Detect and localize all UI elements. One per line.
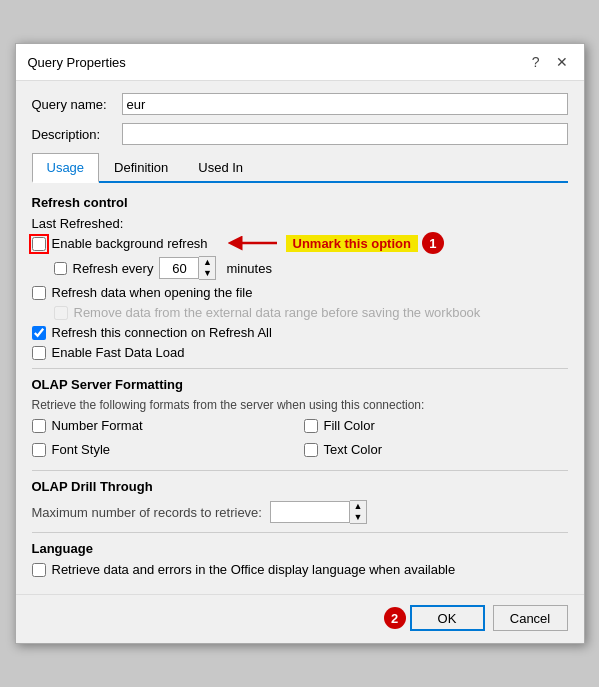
text-color-label[interactable]: Text Color <box>324 442 383 457</box>
max-records-label: Maximum number of records to retrieve: <box>32 505 262 520</box>
refresh-on-open-label[interactable]: Refresh data when opening the file <box>52 285 253 300</box>
title-bar: Query Properties ? ✕ <box>16 44 584 81</box>
max-records-input[interactable] <box>270 501 350 523</box>
number-format-row: Number Format <box>32 418 296 433</box>
olap-server-title: OLAP Server Formatting <box>32 377 568 392</box>
fill-color-checkbox[interactable] <box>304 419 318 433</box>
language-retrieve-checkbox[interactable] <box>32 563 46 577</box>
remove-data-checkbox <box>54 306 68 320</box>
refresh-every-spinner: ▲ ▼ <box>159 256 216 280</box>
refresh-on-all-checkbox[interactable] <box>32 326 46 340</box>
close-button[interactable]: ✕ <box>552 52 572 72</box>
help-button[interactable]: ? <box>528 52 544 72</box>
refresh-on-all-row: Refresh this connection on Refresh All <box>32 325 568 340</box>
dialog-body: Query name: Description: Usage Definitio… <box>16 81 584 594</box>
font-style-label[interactable]: Font Style <box>52 442 111 457</box>
language-title: Language <box>32 541 568 556</box>
ok-button[interactable]: OK <box>410 605 485 631</box>
description-label: Description: <box>32 127 122 142</box>
olap-grid: Number Format Fill Color Font Style Text… <box>32 418 568 462</box>
divider-1 <box>32 368 568 369</box>
divider-3 <box>32 532 568 533</box>
max-records-row: Maximum number of records to retrieve: ▲… <box>32 500 568 524</box>
refresh-on-open-row: Refresh data when opening the file <box>32 285 568 300</box>
number-format-checkbox[interactable] <box>32 419 46 433</box>
cancel-button[interactable]: Cancel <box>493 605 568 631</box>
refresh-on-open-checkbox[interactable] <box>32 286 46 300</box>
text-color-row: Text Color <box>304 442 568 457</box>
tab-bar: Usage Definition Used In <box>32 153 568 183</box>
query-name-row: Query name: <box>32 93 568 115</box>
dialog-title: Query Properties <box>28 55 126 70</box>
enable-bg-refresh-container: Enable background refresh Unmark this op… <box>32 236 568 251</box>
olap-drill-title: OLAP Drill Through <box>32 479 568 494</box>
font-style-checkbox[interactable] <box>32 443 46 457</box>
description-row: Description: <box>32 123 568 145</box>
query-name-label: Query name: <box>32 97 122 112</box>
refresh-every-label[interactable]: Refresh every <box>73 261 154 276</box>
fast-data-load-row: Enable Fast Data Load <box>32 345 568 360</box>
refresh-control-title: Refresh control <box>32 195 568 210</box>
max-records-spinner-up[interactable]: ▲ <box>350 501 366 512</box>
max-records-spinner: ▲ ▼ <box>270 500 367 524</box>
remove-data-row: Remove data from the external data range… <box>54 305 568 320</box>
spinner-down-button[interactable]: ▼ <box>199 268 215 279</box>
spinner-up-button[interactable]: ▲ <box>199 257 215 268</box>
fill-color-label[interactable]: Fill Color <box>324 418 375 433</box>
language-retrieve-row: Retrieve data and errors in the Office d… <box>32 562 568 577</box>
enable-bg-refresh-row: Enable background refresh <box>32 236 208 251</box>
query-properties-dialog: Query Properties ? ✕ Query name: Descrip… <box>15 43 585 644</box>
enable-bg-refresh-checkbox[interactable] <box>32 237 46 251</box>
tab-definition[interactable]: Definition <box>99 153 183 181</box>
tab-usage[interactable]: Usage <box>32 153 100 183</box>
spinner-buttons: ▲ ▼ <box>199 256 216 280</box>
fill-color-row: Fill Color <box>304 418 568 433</box>
last-refreshed-row: Last Refreshed: <box>32 216 568 231</box>
enable-bg-refresh-label[interactable]: Enable background refresh <box>52 236 208 251</box>
number-format-label[interactable]: Number Format <box>52 418 143 433</box>
title-bar-controls: ? ✕ <box>528 52 572 72</box>
annotation-arrow-area: Unmark this option 1 <box>227 232 444 254</box>
max-records-spinner-down[interactable]: ▼ <box>350 512 366 523</box>
minutes-label: minutes <box>226 261 272 276</box>
fast-data-load-label[interactable]: Enable Fast Data Load <box>52 345 185 360</box>
font-style-row: Font Style <box>32 442 296 457</box>
annotation-badge: 1 <box>422 232 444 254</box>
refresh-every-input[interactable] <box>159 257 199 279</box>
last-refreshed-label: Last Refreshed: <box>32 216 124 231</box>
divider-2 <box>32 470 568 471</box>
tab-used-in[interactable]: Used In <box>183 153 258 181</box>
refresh-every-row: Refresh every ▲ ▼ minutes <box>54 256 568 280</box>
ok-area: 2 OK <box>384 605 485 631</box>
text-color-checkbox[interactable] <box>304 443 318 457</box>
arrow-icon <box>227 233 282 253</box>
query-name-input[interactable] <box>122 93 568 115</box>
max-records-spinner-buttons: ▲ ▼ <box>350 500 367 524</box>
refresh-on-all-label[interactable]: Refresh this connection on Refresh All <box>52 325 272 340</box>
olap-server-description: Retrieve the following formats from the … <box>32 398 568 412</box>
button-row: 2 OK Cancel <box>16 594 584 643</box>
annotation-text: Unmark this option <box>286 235 418 252</box>
description-input[interactable] <box>122 123 568 145</box>
ok-badge: 2 <box>384 607 406 629</box>
refresh-every-checkbox[interactable] <box>54 262 67 275</box>
language-retrieve-label[interactable]: Retrieve data and errors in the Office d… <box>52 562 456 577</box>
remove-data-label: Remove data from the external data range… <box>74 305 481 320</box>
fast-data-load-checkbox[interactable] <box>32 346 46 360</box>
